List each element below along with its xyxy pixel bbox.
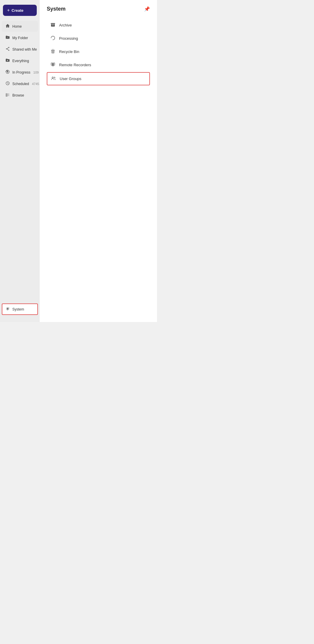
menu-item-processing-label: Processing [59, 36, 78, 41]
sidebar-item-shared-label: Shared with Me [12, 47, 37, 52]
sidebar-item-browse-label: Browse [12, 93, 24, 97]
play-folder-icon [5, 58, 10, 64]
menu-item-user-groups[interactable]: User Groups [47, 72, 150, 85]
sidebar-item-everything[interactable]: Everything [2, 55, 38, 66]
svg-line-3 [7, 48, 9, 49]
svg-point-13 [54, 77, 55, 78]
sidebar-item-in-progress-label: In Progress [12, 70, 30, 74]
sidebar-item-in-progress[interactable]: In Progress 109 [2, 67, 38, 78]
sidebar-item-my-folder-label: My Folder [12, 36, 28, 40]
create-button-label: Create [11, 8, 23, 13]
trash-icon [50, 49, 56, 55]
system-button-label: System [12, 307, 24, 311]
menu-item-user-groups-label: User Groups [60, 77, 81, 81]
svg-point-1 [8, 50, 9, 51]
sidebar-item-everything-label: Everything [12, 59, 29, 63]
folder-star-icon [5, 35, 10, 41]
menu-item-recycle-bin-label: Recycle Bin [59, 49, 79, 54]
main-panel: System 📌 Archive Processing [40, 0, 157, 322]
panel-title: System [47, 6, 66, 12]
sidebar: + Create Home My Folder [0, 0, 40, 322]
share-icon [5, 47, 10, 52]
nav-items: Home My Folder [0, 21, 40, 301]
sidebar-item-home[interactable]: Home [2, 21, 38, 32]
sidebar-item-home-label: Home [12, 24, 22, 29]
browse-icon [5, 92, 10, 98]
user-groups-icon [51, 76, 56, 82]
sidebar-item-shared-with-me[interactable]: Shared with Me [2, 44, 38, 55]
svg-rect-11 [52, 63, 54, 65]
svg-point-2 [6, 48, 7, 49]
svg-rect-9 [51, 23, 55, 24]
sidebar-bottom: System [0, 301, 40, 317]
clock-icon [5, 81, 10, 87]
processing-icon [50, 35, 56, 42]
menu-item-recycle-bin[interactable]: Recycle Bin [47, 46, 150, 58]
menu-item-remote-recorders[interactable]: Remote Recorders [47, 59, 150, 71]
sidebar-item-scheduled[interactable]: Scheduled 4745 [2, 78, 38, 89]
menu-item-processing[interactable]: Processing [47, 32, 150, 44]
archive-icon [50, 22, 56, 28]
plus-icon: + [7, 8, 10, 13]
svg-line-4 [7, 49, 9, 50]
pin-icon[interactable]: 📌 [144, 6, 150, 12]
menu-item-remote-recorders-label: Remote Recorders [59, 63, 91, 67]
svg-point-12 [52, 77, 54, 78]
sidebar-item-scheduled-label: Scheduled [12, 82, 29, 86]
create-button[interactable]: + Create [3, 5, 37, 16]
recorder-icon [50, 62, 56, 68]
system-menu-list: Archive Processing Recycle Bin [47, 19, 150, 85]
sidebar-item-my-folder[interactable]: My Folder [2, 32, 38, 43]
menu-item-archive[interactable]: Archive [47, 19, 150, 31]
menu-item-archive-label: Archive [59, 23, 72, 27]
gear-icon [5, 306, 10, 312]
svg-point-0 [8, 47, 9, 48]
sidebar-item-browse[interactable]: Browse [2, 90, 38, 101]
scheduled-badge: 4745 [32, 82, 39, 86]
panel-header: System 📌 [47, 6, 150, 12]
progress-icon [5, 69, 10, 75]
home-icon [5, 24, 10, 29]
system-button[interactable]: System [2, 303, 38, 315]
svg-point-7 [7, 71, 9, 73]
in-progress-badge: 109 [33, 71, 39, 74]
